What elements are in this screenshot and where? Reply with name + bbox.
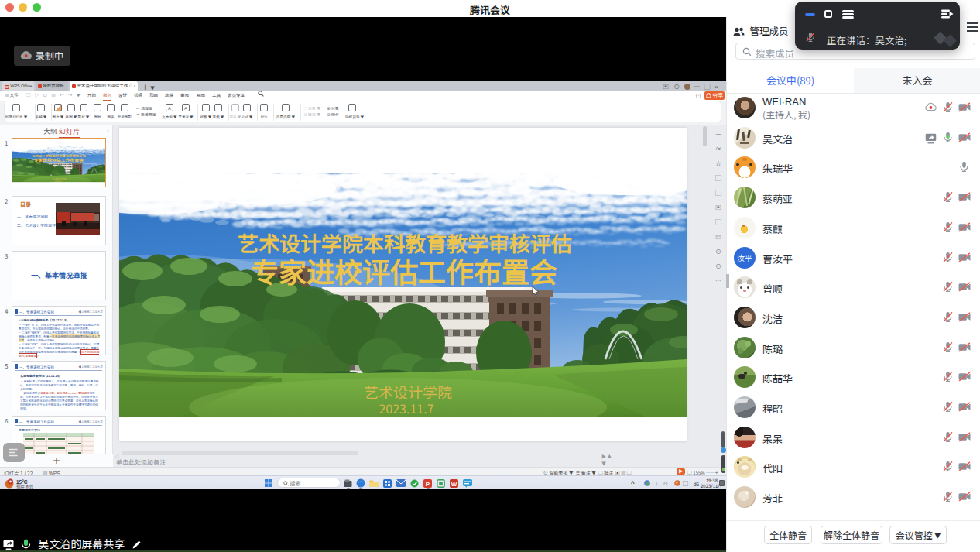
svg-text:W: W [451, 479, 457, 488]
svg-text:P: P [426, 479, 430, 488]
